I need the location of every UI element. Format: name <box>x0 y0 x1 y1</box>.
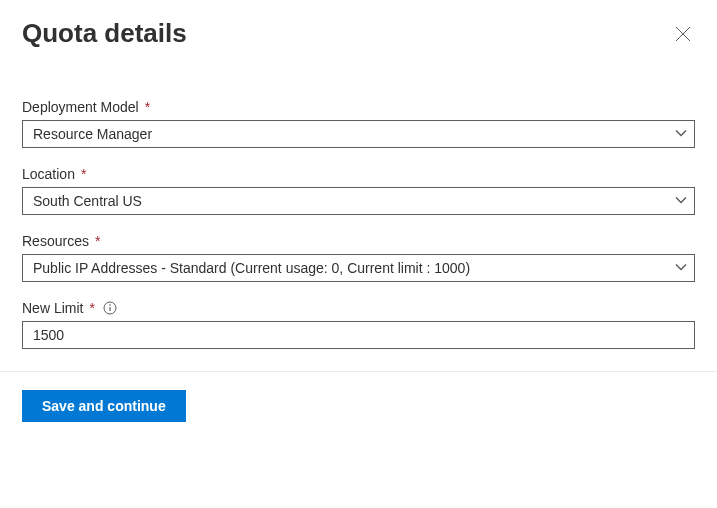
deployment-model-select[interactable]: Resource Manager <box>22 120 695 148</box>
required-asterisk: * <box>95 233 100 249</box>
panel-title: Quota details <box>22 18 187 49</box>
required-asterisk: * <box>81 166 86 182</box>
new-limit-field: New Limit * <box>22 300 695 349</box>
svg-point-4 <box>109 304 111 306</box>
resources-value: Public IP Addresses - Standard (Current … <box>22 254 695 282</box>
required-asterisk: * <box>89 300 94 316</box>
location-select[interactable]: South Central US <box>22 187 695 215</box>
location-field: Location * South Central US <box>22 166 695 215</box>
deployment-model-field: Deployment Model * Resource Manager <box>22 99 695 148</box>
field-label-text: New Limit <box>22 300 83 316</box>
resources-label: Resources * <box>22 233 695 249</box>
field-label-text: Location <box>22 166 75 182</box>
location-label: Location * <box>22 166 695 182</box>
section-divider <box>0 371 717 372</box>
deployment-model-value: Resource Manager <box>22 120 695 148</box>
info-icon[interactable] <box>103 301 117 315</box>
required-asterisk: * <box>145 99 150 115</box>
field-label-text: Resources <box>22 233 89 249</box>
location-value: South Central US <box>22 187 695 215</box>
new-limit-label: New Limit * <box>22 300 695 316</box>
resources-field: Resources * Public IP Addresses - Standa… <box>22 233 695 282</box>
deployment-model-label: Deployment Model * <box>22 99 695 115</box>
save-continue-button[interactable]: Save and continue <box>22 390 186 422</box>
close-button[interactable] <box>671 22 695 49</box>
close-icon <box>675 26 691 45</box>
new-limit-input[interactable] <box>22 321 695 349</box>
field-label-text: Deployment Model <box>22 99 139 115</box>
resources-select[interactable]: Public IP Addresses - Standard (Current … <box>22 254 695 282</box>
panel-header: Quota details <box>22 18 695 49</box>
